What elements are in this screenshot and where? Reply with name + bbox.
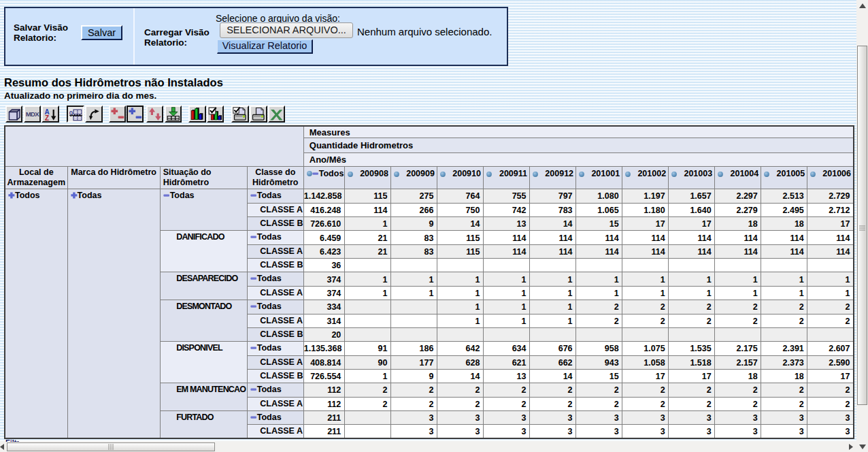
svg-text:MDX: MDX <box>25 110 39 118</box>
svg-text:Z: Z <box>45 114 49 121</box>
